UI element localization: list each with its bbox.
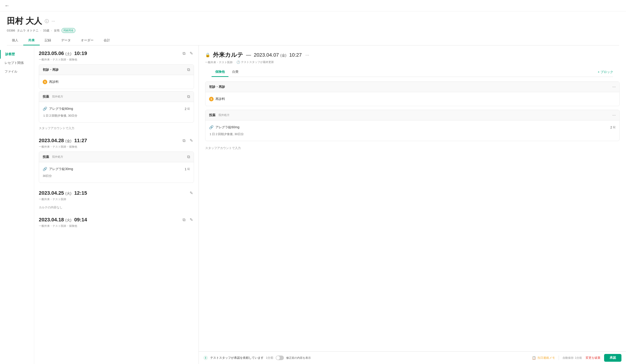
patient-sub: 03386 タムラ オトナニ · 33歳 · 女性 同姓同名 xyxy=(7,28,619,33)
main-content: 診察歴 レセプト関係 ファイル 2023.05.06 (土) 10:19 ⧉ ✎ xyxy=(0,45,626,364)
same-name-badge: 同姓同名 xyxy=(62,28,75,33)
card-title: 初診・再診 xyxy=(209,85,225,89)
patient-info-icon[interactable]: ⓘ xyxy=(45,18,49,24)
visit-header: 2023.04.28 (金) 11:27 ⧉ ✎ xyxy=(39,137,194,144)
karte-title-row: 🔒 外来カルテ — 2023.04.07 (金) 10:27 ··· xyxy=(205,51,620,59)
sidebar: 診察歴 レセプト関係 ファイル xyxy=(0,45,34,364)
shinsin-icon: S xyxy=(209,97,214,101)
patient-more-icon[interactable]: ··· xyxy=(52,19,55,24)
right-shinsin-card: 初診・再診 ··· S 再診料 xyxy=(205,81,620,106)
visit-actions: ✎ xyxy=(189,190,194,197)
bottom-right: 📋 当日連絡メモ 自動保存: 1分前 変更を破棄 承認 xyxy=(532,354,622,362)
medicine-icon: 🔗 xyxy=(43,167,47,171)
right-card-header: 投薬 院外処方 ··· xyxy=(205,110,619,121)
visit-meta: 一般外来・テスト医師・保険他 xyxy=(39,58,194,62)
sidebar-item-receipts[interactable]: レセプト関係 xyxy=(0,59,34,67)
card-title: 投薬 院外処方 xyxy=(209,113,230,117)
sidebar-item-visits[interactable]: 診察歴 xyxy=(0,50,34,59)
approval-time: 1分前 xyxy=(266,356,274,360)
back-button[interactable]: ← xyxy=(4,3,10,9)
lock-icon: 🔒 xyxy=(205,52,210,57)
karte-title: 外来カルテ xyxy=(213,51,243,59)
tab-records[interactable]: 記録 xyxy=(40,36,56,45)
edit-button[interactable]: ✎ xyxy=(189,50,194,57)
medicine-qty: 2 錠 xyxy=(185,107,190,111)
visit-meta: 一般外来・テスト医師・保険他 xyxy=(39,224,194,228)
karte-separator: — xyxy=(246,52,251,58)
karte-meta: 一般外来・テスト医師 🕐 テストスタッフが最終更新 xyxy=(205,60,620,64)
visit-item: 2023.04.28 (金) 11:27 ⧉ ✎ 一般外来・テスト医師・保険他 … xyxy=(39,137,194,183)
card-header: 投薬 院外処方 ⧉ xyxy=(39,91,194,102)
patient-name-row: 田村 大人 ⓘ ··· xyxy=(7,15,619,27)
card-body: 🔗 アレグラ錠30mg 1 錠 30日分 xyxy=(39,162,194,183)
visit-item: 2023.05.06 (土) 10:19 ⧉ ✎ 一般外来・テスト医師・保険他 … xyxy=(39,50,194,130)
copy-button[interactable]: ⧉ xyxy=(182,216,187,223)
medicine-row: S 再診料 xyxy=(43,78,190,86)
card-title: 投薬 院外処方 xyxy=(43,155,63,159)
approval-text: テストスタッフが承認を依頼しています xyxy=(210,356,264,360)
right-tabs: 保険他 自費 + ブロック xyxy=(212,68,613,77)
add-block-button[interactable]: + ブロック xyxy=(598,70,613,74)
medicine-card: 投薬 院外処方 ⧉ 🔗 アレグラ錠30mg 1 xyxy=(39,152,194,183)
medicine-card: 投薬 院外処方 ⧉ 🔗 アレグラ錠60mg 2 xyxy=(39,91,194,122)
edit-button[interactable]: ✎ xyxy=(189,216,194,223)
tab-self-pay[interactable]: 自費 xyxy=(229,68,242,77)
patient-gender: 女性 xyxy=(54,29,60,33)
card-title: 初診・再診 xyxy=(43,68,59,72)
contact-memo-button[interactable]: 📋 当日連絡メモ xyxy=(532,356,555,360)
tab-billing[interactable]: 会計 xyxy=(99,36,115,45)
patient-id: 03386 xyxy=(7,29,15,32)
show-before-toggle[interactable] xyxy=(276,356,284,360)
medicine-dosage: １日２回朝夕食後, 30日分 xyxy=(43,113,190,120)
karte-meta-updated: 🕐 テストスタッフが最終更新 xyxy=(236,60,274,64)
visit-date: 2023.04.25 (火) 12:15 xyxy=(39,190,87,196)
nav-tabs: 個人 外来 記録 データ オーダー 会計 xyxy=(7,36,619,45)
right-tab-items: 保険他 自費 xyxy=(212,68,242,77)
patient-name: 田村 大人 xyxy=(7,15,42,27)
edit-button[interactable]: ✎ xyxy=(189,137,194,144)
visit-header: 2023.05.06 (土) 10:19 ⧉ ✎ xyxy=(39,50,194,57)
right-card-body: 🔗 アレグラ錠60mg 2 錠 １日２回朝夕食後, 30日分 xyxy=(205,121,619,141)
karte-full-date: 2023.04.07 (金) 10:27 xyxy=(254,52,302,58)
tab-outpatient[interactable]: 外来 xyxy=(23,36,40,45)
medicine-name: 🔗 アレグラ錠60mg xyxy=(43,107,73,111)
karte-more-button[interactable]: ··· xyxy=(305,52,309,57)
medicine-row: 🔗 アレグラ錠60mg 2 錠 xyxy=(209,123,616,131)
visit-item: 2023.04.25 (火) 12:15 ✎ 一般外来・テスト医師 カルテの内容… xyxy=(39,190,194,209)
medicine-dosage: １日２回朝夕食後, 30日分 xyxy=(209,131,616,138)
card-more-button[interactable]: ⧉ xyxy=(187,94,190,99)
visit-actions: ⧉ ✎ xyxy=(182,50,194,57)
medicine-row: S 再診料 xyxy=(209,95,616,103)
approve-button[interactable]: 承認 xyxy=(604,354,622,362)
card-header: 初診・再診 ⧉ xyxy=(39,65,194,75)
visit-meta: 一般外来・テスト医師 xyxy=(39,197,194,201)
card-header: 投薬 院外処方 ⧉ xyxy=(39,152,194,162)
card-body: S 再診料 xyxy=(39,75,194,89)
tab-insurance[interactable]: 保険他 xyxy=(212,68,229,77)
medicine-dosage: 30日分 xyxy=(43,173,190,180)
visit-header: 2023.04.18 (火) 09:14 ⧉ ✎ xyxy=(39,216,194,223)
card-more-button[interactable]: ··· xyxy=(612,113,616,118)
visit-actions: ⧉ ✎ xyxy=(182,137,194,144)
info-icon: i xyxy=(203,356,208,360)
tab-order[interactable]: オーダー xyxy=(76,36,99,45)
card-more-button[interactable]: ⧉ xyxy=(187,155,190,159)
bottom-left: i テストスタッフが承認を依頼しています 1分前 修正前の内容を表示 xyxy=(203,356,311,360)
revert-button[interactable]: 変更を破棄 xyxy=(586,356,600,360)
sidebar-item-files[interactable]: ファイル xyxy=(0,67,34,76)
top-bar: ← xyxy=(0,0,626,11)
tab-data[interactable]: データ xyxy=(56,36,76,45)
tab-individual[interactable]: 個人 xyxy=(7,36,23,45)
card-more-button[interactable]: ··· xyxy=(612,84,616,89)
separator xyxy=(559,356,559,360)
right-card-body: S 再診料 xyxy=(205,92,619,106)
copy-button[interactable]: ⧉ xyxy=(182,50,187,57)
right-medicine-card: 投薬 院外処方 ··· 🔗 アレグラ錠60mg 2 錠 xyxy=(205,110,620,141)
copy-button[interactable]: ⧉ xyxy=(182,137,187,144)
edit-button[interactable]: ✎ xyxy=(189,190,194,197)
right-panel-header: 🔒 外来カルテ — 2023.04.07 (金) 10:27 ··· 一般外来・… xyxy=(199,45,626,77)
karte-empty-note: カルテの内容なし xyxy=(39,204,194,209)
medicine-row: 🔗 アレグラ錠60mg 2 錠 xyxy=(43,105,190,113)
card-body: 🔗 アレグラ錠60mg 2 錠 １日２回朝夕食後, 30日分 xyxy=(39,102,194,122)
card-more-button[interactable]: ⧉ xyxy=(187,67,190,72)
